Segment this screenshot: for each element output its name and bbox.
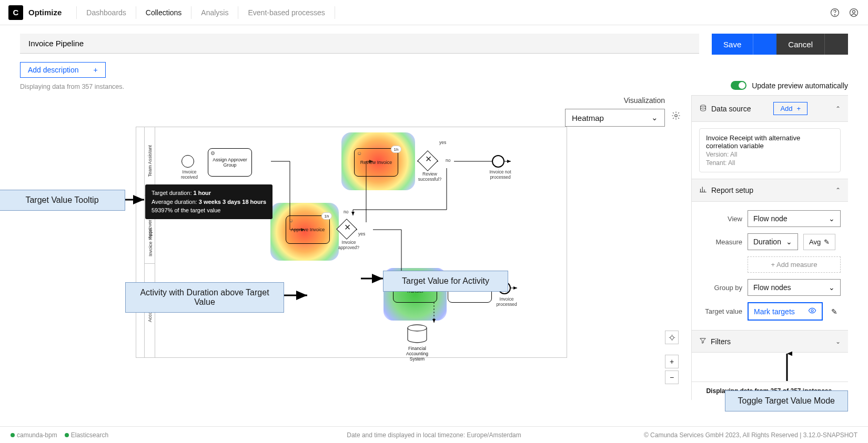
callout-arrow-2 bbox=[284, 291, 309, 300]
nav-event-processes[interactable]: Event-based processes bbox=[238, 6, 335, 19]
visualization-label: Visualization bbox=[624, 96, 665, 105]
add-data-source-button[interactable]: Add+ bbox=[773, 102, 808, 115]
target-value-tooltip: Target duration: 1 hour Average duration… bbox=[145, 184, 272, 219]
edit-icon: ✎ bbox=[824, 238, 830, 246]
edge-yes-1: yes bbox=[439, 140, 446, 145]
data-source-header[interactable]: Data source Add+ ⌃ bbox=[692, 95, 848, 122]
visualization-select[interactable]: Heatmap ⌄ bbox=[565, 109, 665, 127]
filter-icon bbox=[699, 337, 706, 346]
cancel-icon bbox=[824, 34, 848, 55]
update-preview-toggle[interactable] bbox=[731, 81, 746, 90]
status-bar: camunda-bpm Elasticsearch Date and time … bbox=[0, 426, 868, 443]
top-nav: Dashboards Collections Analysis Event-ba… bbox=[76, 6, 335, 19]
callout-activity-above: Activity with Duration above Target Valu… bbox=[125, 282, 284, 313]
nav-dashboards[interactable]: Dashboards bbox=[76, 6, 136, 19]
callout-target-tooltip: Target Value Tooltip bbox=[0, 190, 125, 211]
svg-point-1 bbox=[834, 14, 835, 15]
badge-approve-target: 1h bbox=[321, 212, 332, 220]
cancel-label: Cancel bbox=[776, 40, 824, 49]
data-source-name: Invoice Receipt with alternative correla… bbox=[706, 134, 834, 150]
top-bar: C Optimize Dashboards Collections Analys… bbox=[0, 0, 868, 25]
task-review[interactable]: ☺ Review Invoice bbox=[354, 148, 398, 177]
callout-arrow-3 bbox=[359, 274, 384, 283]
task-approve-label: Approve Invoice bbox=[291, 227, 325, 232]
gateway-review[interactable] bbox=[417, 150, 438, 171]
add-description-button[interactable]: Add description + bbox=[20, 62, 106, 78]
add-description-label: Add description bbox=[28, 66, 79, 74]
app-logo: C bbox=[8, 5, 23, 20]
cancel-button[interactable]: Cancel bbox=[776, 34, 848, 55]
mark-targets-button[interactable]: Mark targets bbox=[748, 302, 823, 321]
nav-analysis[interactable]: Analysis bbox=[191, 6, 238, 19]
chevron-down-icon: ⌄ bbox=[829, 283, 835, 292]
edge-yes-2: yes bbox=[358, 231, 365, 236]
plus-icon: + bbox=[797, 105, 801, 112]
task-assign[interactable]: ⚙ Assign Approver Group bbox=[208, 148, 252, 177]
edge-no-2: no bbox=[344, 209, 348, 214]
edit-targets-icon[interactable]: ✎ bbox=[828, 304, 841, 319]
bpmn-canvas[interactable]: Invoice Recei Team Assistant Approver Ac… bbox=[136, 127, 567, 358]
chevron-down-icon[interactable]: ⌄ bbox=[835, 338, 841, 345]
add-measure-button[interactable]: + Add measure bbox=[748, 256, 841, 273]
task-review-label: Review Invoice bbox=[360, 160, 392, 165]
svg-point-11 bbox=[701, 105, 706, 107]
eye-icon bbox=[808, 306, 816, 316]
canvas-area: Visualization Heatmap ⌄ Invoice Recei Te… bbox=[20, 95, 691, 400]
callout-target-activity: Target Value for Activity bbox=[383, 271, 508, 292]
view-select[interactable]: Flow node⌄ bbox=[748, 210, 841, 227]
config-panel: Data source Add+ ⌃ Invoice Receipt with … bbox=[691, 95, 848, 400]
zoom-out-button[interactable]: − bbox=[665, 370, 679, 384]
user-task-icon: ☺ bbox=[357, 150, 362, 156]
data-source-label: Data source bbox=[711, 105, 751, 113]
report-setup-header[interactable]: Report setup ⌃ bbox=[692, 179, 848, 202]
gateway-approved-label: Invoice approved? bbox=[334, 240, 364, 250]
aggregation-button[interactable]: Avg ✎ bbox=[803, 234, 835, 250]
save-button[interactable]: Save bbox=[712, 34, 776, 55]
copyright: © Camunda Services GmbH 2023, All Rights… bbox=[644, 431, 857, 439]
svg-point-6 bbox=[408, 325, 427, 331]
report-setup-label: Report setup bbox=[711, 186, 753, 194]
end-processed-label: Invoice processed bbox=[492, 296, 521, 307]
end-not-processed[interactable] bbox=[492, 155, 504, 168]
gateway-review-label: Review successful? bbox=[415, 171, 445, 182]
callout-toggle-mode: Toggle Target Value Mode bbox=[725, 390, 848, 411]
view-label: View bbox=[699, 215, 742, 223]
badge-review-target: 1h bbox=[391, 146, 401, 153]
chart-icon bbox=[699, 186, 707, 195]
save-label: Save bbox=[712, 40, 753, 49]
locate-button[interactable] bbox=[665, 331, 679, 344]
report-name-input[interactable] bbox=[20, 34, 699, 54]
svg-point-2 bbox=[850, 8, 858, 16]
chevron-up-icon[interactable]: ⌃ bbox=[835, 187, 841, 194]
lane1-label: Team Assistant bbox=[147, 145, 153, 177]
save-icon bbox=[753, 34, 776, 55]
target-value-label: Target value bbox=[699, 307, 742, 315]
svg-point-3 bbox=[853, 10, 855, 13]
database-icon bbox=[699, 104, 707, 114]
user-icon[interactable] bbox=[848, 7, 860, 18]
timezone-note: Date and time displayed in local timezon… bbox=[347, 431, 521, 439]
start-event[interactable] bbox=[181, 155, 194, 168]
callout-arrow-1 bbox=[125, 195, 146, 204]
status-elastic: Elasticsearch bbox=[65, 431, 108, 439]
group-by-select[interactable]: Flow nodes⌄ bbox=[748, 279, 841, 296]
data-source-card[interactable]: Invoice Receipt with alternative correla… bbox=[699, 128, 841, 172]
chevron-down-icon: ⌄ bbox=[786, 238, 792, 246]
filters-header[interactable]: Filters ⌄ bbox=[692, 330, 848, 353]
group-by-label: Group by bbox=[699, 284, 742, 292]
task-approve[interactable]: ☺ Approve Invoice bbox=[286, 215, 330, 244]
chevron-down-icon: ⌄ bbox=[651, 113, 658, 122]
chevron-down-icon: ⌄ bbox=[829, 214, 835, 223]
lane2-label: Approver bbox=[147, 220, 153, 239]
gateway-approved[interactable] bbox=[336, 219, 357, 240]
app-brand: Optimize bbox=[28, 8, 62, 17]
help-icon[interactable] bbox=[829, 7, 841, 18]
measure-select[interactable]: Duration⌄ bbox=[748, 233, 798, 250]
chevron-up-icon[interactable]: ⌃ bbox=[835, 105, 841, 112]
svg-point-10 bbox=[670, 336, 673, 339]
nav-collections[interactable]: Collections bbox=[136, 6, 191, 19]
zoom-in-button[interactable]: + bbox=[665, 355, 679, 368]
start-label: Invoice received bbox=[178, 169, 200, 180]
visualization-settings-icon[interactable] bbox=[671, 111, 681, 122]
status-camunda: camunda-bpm bbox=[11, 431, 57, 439]
